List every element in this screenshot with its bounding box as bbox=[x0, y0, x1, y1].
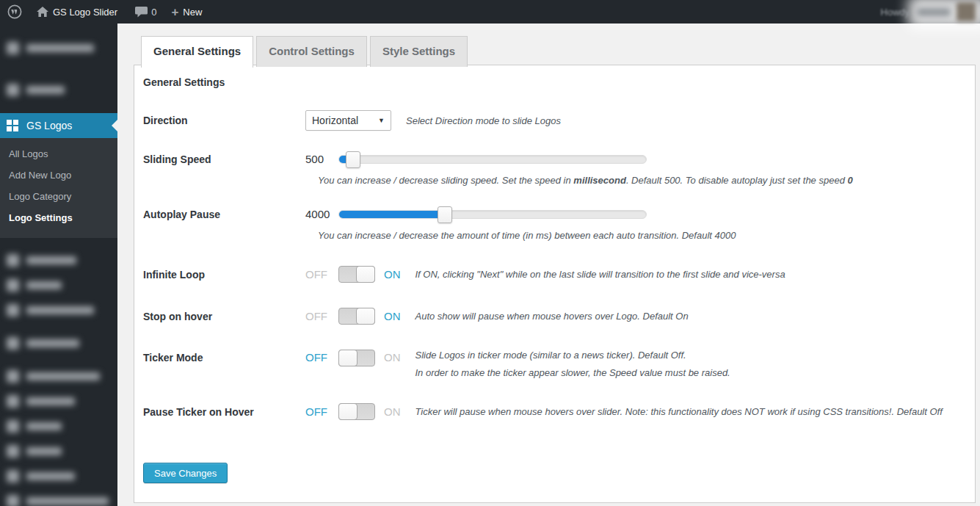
toggle-knob bbox=[356, 308, 375, 325]
sliding-speed-value: 500 bbox=[305, 153, 338, 165]
chevron-down-icon: ▼ bbox=[378, 117, 385, 124]
off-label: OFF bbox=[305, 310, 338, 322]
autoplay-pause-label: Autoplay Pause bbox=[143, 209, 305, 220]
infinite-loop-row: Infinite Loop OFF ON If ON, clicking "Ne… bbox=[143, 266, 960, 283]
admin-sidebar: GS Logos All Logos Add New Logo Logo Cat… bbox=[0, 24, 117, 506]
redacted-menu-icon bbox=[7, 42, 19, 54]
sidebar-item-redacted[interactable] bbox=[0, 297, 117, 322]
sidebar-item-redacted[interactable] bbox=[0, 272, 117, 297]
sidebar-item-logo-settings[interactable]: Logo Settings bbox=[0, 207, 117, 228]
save-changes-button[interactable]: Save Changes bbox=[143, 463, 228, 483]
sliding-speed-row: Sliding Speed 500 bbox=[143, 153, 960, 165]
redacted-menu-icon bbox=[7, 395, 19, 408]
gs-logos-submenu: All Logos Add New Logo Logo Category Log… bbox=[0, 138, 117, 238]
sidebar-item-redacted[interactable] bbox=[0, 330, 117, 355]
sidebar-item-redacted[interactable] bbox=[0, 388, 117, 413]
slider-fill bbox=[339, 211, 445, 218]
redacted-menu-icon bbox=[7, 445, 19, 458]
sliding-speed-block: Sliding Speed 500 You can increase / dec… bbox=[143, 153, 960, 186]
redacted-menu-icon bbox=[7, 337, 19, 350]
tab-style-settings[interactable]: Style Settings bbox=[370, 36, 468, 67]
pause-ticker-on-hover-row: Pause Ticker on Hover OFF ON Ticker will… bbox=[143, 403, 960, 420]
on-label: ON bbox=[384, 405, 401, 418]
home-icon bbox=[37, 7, 48, 18]
username-redacted bbox=[917, 8, 951, 16]
infinite-loop-label: Infinite Loop bbox=[143, 269, 305, 281]
comment-count: 0 bbox=[151, 7, 156, 18]
sidebar-item-all-logos[interactable]: All Logos bbox=[0, 143, 117, 165]
tab-control-settings[interactable]: Control Settings bbox=[256, 36, 367, 67]
panel-heading: General Settings bbox=[143, 76, 960, 88]
on-label: ON bbox=[384, 268, 401, 281]
autoplay-pause-slider-handle[interactable] bbox=[438, 206, 452, 223]
pause-ticker-on-hover-toggle[interactable] bbox=[338, 403, 375, 420]
direction-select[interactable]: Horizontal ▼ bbox=[305, 110, 391, 131]
comments-menu[interactable]: 0 bbox=[128, 0, 164, 24]
on-label: ON bbox=[384, 310, 401, 322]
admin-content: General SettingsControl SettingsStyle Se… bbox=[117, 24, 980, 506]
pause-ticker-on-hover-label: Pause Ticker on Hover bbox=[143, 406, 305, 418]
sidebar-item-redacted[interactable] bbox=[0, 77, 117, 102]
new-label: New bbox=[183, 7, 202, 18]
site-menu[interactable]: GS Logo Slider bbox=[29, 0, 125, 24]
stop-on-hover-toggle[interactable] bbox=[338, 308, 375, 325]
ticker-mode-hint-line1: Slide Logos in ticker mode (similar to a… bbox=[415, 350, 730, 361]
comment-bubble-icon bbox=[135, 7, 148, 18]
direction-label: Direction bbox=[143, 115, 305, 126]
pause-ticker-on-hover-hint: Ticker will pause when mouse hovers over… bbox=[415, 406, 943, 417]
redacted-menu-icon bbox=[7, 370, 19, 383]
sidebar-item-redacted[interactable] bbox=[0, 438, 117, 463]
sliding-speed-slider-handle[interactable] bbox=[346, 151, 360, 168]
new-content-menu[interactable]: + New bbox=[164, 0, 209, 24]
sidebar-item-gs-logos[interactable]: GS Logos bbox=[0, 113, 117, 138]
sliding-speed-slider[interactable] bbox=[338, 155, 647, 164]
infinite-loop-toggle[interactable] bbox=[338, 266, 375, 283]
redacted-menu-icon bbox=[7, 495, 19, 506]
sidebar-item-redacted[interactable] bbox=[0, 247, 117, 272]
current-menu-arrow bbox=[106, 120, 117, 131]
avatar bbox=[957, 2, 976, 21]
stop-on-hover-hint: Auto show will pause when mouse hovers o… bbox=[415, 311, 689, 322]
site-name: GS Logo Slider bbox=[53, 7, 117, 18]
off-label: OFF bbox=[305, 405, 338, 418]
off-label: OFF bbox=[305, 268, 338, 281]
sidebar-item-redacted[interactable] bbox=[0, 364, 117, 388]
sidebar-item-redacted[interactable] bbox=[0, 488, 117, 506]
howdy-label: Howdy, bbox=[881, 7, 912, 18]
redacted-menu-icon bbox=[7, 254, 19, 267]
direction-row: Direction Horizontal ▼ Select Direction … bbox=[143, 110, 960, 131]
sidebar-item-redacted[interactable] bbox=[0, 413, 117, 438]
autoplay-pause-value: 4000 bbox=[305, 208, 338, 220]
wordpress-logo-glyph bbox=[7, 4, 22, 19]
redacted-menu-icon bbox=[7, 279, 19, 292]
sidebar-item-redacted[interactable] bbox=[0, 463, 117, 488]
tab-general-settings[interactable]: General Settings bbox=[141, 36, 253, 68]
plus-icon: + bbox=[171, 6, 178, 18]
autoplay-pause-slider[interactable] bbox=[338, 210, 647, 219]
settings-tab-bar: General SettingsControl SettingsStyle Se… bbox=[134, 35, 976, 65]
toggle-knob bbox=[338, 403, 357, 420]
redacted-menu-icon bbox=[7, 470, 19, 482]
ticker-mode-toggle[interactable] bbox=[338, 350, 375, 366]
autoplay-pause-row: Autoplay Pause 4000 bbox=[143, 208, 960, 220]
direction-selected-value: Horizontal bbox=[312, 115, 358, 126]
sliding-speed-label: Sliding Speed bbox=[143, 153, 305, 165]
gs-logos-label: GS Logos bbox=[26, 120, 72, 131]
infinite-loop-hint: If ON, clicking "Next" while on the last… bbox=[415, 269, 785, 280]
sidebar-item-logo-category[interactable]: Logo Category bbox=[0, 186, 117, 207]
ticker-mode-row: Ticker Mode OFF ON Slide Logos in ticker… bbox=[143, 350, 960, 378]
toggle-knob bbox=[338, 350, 357, 366]
stop-on-hover-row: Stop on hover OFF ON Auto show will paus… bbox=[143, 308, 960, 325]
wordpress-logo-icon[interactable] bbox=[0, 0, 29, 24]
grid-icon bbox=[7, 120, 18, 131]
ticker-mode-hint-line2: In order to make the ticker appear slowe… bbox=[415, 367, 730, 378]
direction-hint: Select Direction mode to slide Logos bbox=[406, 115, 561, 126]
on-label: ON bbox=[384, 350, 401, 364]
stop-on-hover-label: Stop on hover bbox=[143, 311, 305, 322]
sidebar-item-redacted[interactable] bbox=[0, 35, 117, 60]
general-settings-panel: General Settings Direction Horizontal ▼ … bbox=[134, 65, 976, 503]
redacted-menu-icon bbox=[7, 84, 19, 96]
account-menu[interactable]: Howdy, bbox=[881, 0, 980, 24]
admin-bar: GS Logo Slider 0 + New Howdy, bbox=[0, 0, 980, 24]
sidebar-item-add-new-logo[interactable]: Add New Logo bbox=[0, 165, 117, 186]
